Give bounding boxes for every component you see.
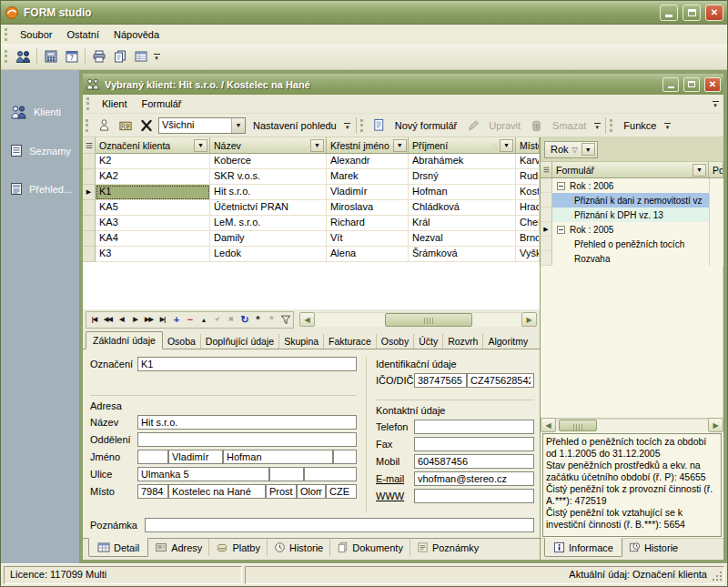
view-filter-combobox[interactable]: Všichni ▼	[158, 117, 246, 134]
www-link-label[interactable]: WWW	[376, 491, 414, 501]
toolbar-overflow-icon[interactable]: ▾	[592, 116, 602, 135]
nav-next-page-icon[interactable]: ▶▶	[142, 312, 156, 327]
filter-arrow-icon[interactable]: ▼	[393, 139, 407, 152]
www-field[interactable]	[414, 489, 534, 503]
scroll-thumb[interactable]	[559, 420, 597, 431]
sidebar-item-prehled[interactable]: Přehled...	[10, 182, 79, 196]
menu-klient[interactable]: Klient	[95, 96, 135, 112]
scroll-left-icon[interactable]: ◀	[299, 312, 315, 327]
nav-prev-icon[interactable]: ◀	[115, 312, 128, 327]
filter-funnel-icon[interactable]	[278, 312, 292, 327]
collapse-icon[interactable]	[557, 182, 565, 190]
dic-field[interactable]	[467, 373, 534, 388]
menu-napoveda[interactable]: Nápověda	[106, 26, 167, 43]
kraj-field[interactable]	[297, 484, 326, 499]
nav-edit-icon[interactable]: ▲	[197, 312, 210, 327]
table-row[interactable]: KA3 LeM. s.r.o. Richard Král Cheb	[83, 216, 540, 231]
toolbar-grip[interactable]	[86, 119, 90, 132]
delete-button[interactable]: Smazat	[547, 118, 592, 133]
grid-horizontal-scrollbar[interactable]: ◀ ▶	[299, 312, 537, 327]
toolbar-overflow-icon[interactable]: ▾	[151, 47, 162, 66]
list-icon[interactable]	[130, 46, 151, 67]
tree-group-row[interactable]: Rok : 2006	[541, 178, 723, 193]
stat-field[interactable]	[326, 484, 357, 499]
toolbar-overflow-icon[interactable]: ▾	[662, 116, 672, 135]
titul-za-field[interactable]	[333, 450, 357, 464]
filter-arrow-icon[interactable]: ▼	[693, 164, 706, 177]
nav-next-icon[interactable]: ▶	[128, 312, 142, 327]
titul-field[interactable]	[137, 450, 168, 464]
filter-arrow-icon[interactable]: ▼	[194, 139, 207, 152]
ico-field[interactable]	[414, 373, 467, 388]
nav-bookmark-icon[interactable]: *	[251, 312, 265, 327]
fax-field[interactable]	[414, 437, 534, 451]
person-card-icon[interactable]	[115, 115, 136, 136]
tab-algoritmy[interactable]: Algoritmy	[483, 334, 532, 349]
tab-platby[interactable]: Platby	[209, 539, 268, 556]
nav-post-icon[interactable]: ✔	[210, 312, 224, 327]
tree-group-row[interactable]: ▶ Rok : 2005	[541, 222, 723, 237]
jmeno-field[interactable]	[168, 450, 223, 464]
calendar-icon[interactable]: 7	[61, 46, 82, 67]
minimize-button[interactable]	[660, 5, 678, 21]
tree-item-row[interactable]: Přiznání k DPH vz. 13	[541, 207, 723, 222]
menu-soubor[interactable]: Soubor	[13, 26, 59, 43]
nav-prev-page-icon[interactable]: ◀◀	[101, 312, 115, 327]
nav-last-icon[interactable]: ▶|	[156, 312, 169, 327]
child-minimize-button[interactable]	[662, 77, 679, 92]
tab-informace[interactable]: Informace	[544, 538, 622, 557]
resize-grip[interactable]	[713, 572, 723, 582]
edit-button[interactable]: Upravit	[483, 118, 526, 133]
toolbar-grip[interactable]	[360, 119, 365, 132]
close-button[interactable]: ✕	[705, 5, 723, 21]
tree-item-row[interactable]: Přehled o peněžních tocích	[541, 237, 723, 251]
tab-zakladni-udaje[interactable]: Základní údaje	[86, 331, 163, 349]
maximize-button[interactable]	[682, 5, 701, 21]
filter-arrow-icon[interactable]: ▼	[581, 143, 595, 156]
table-row[interactable]: K2 Koberce Alexandr Abrahámek Karv	[83, 154, 540, 169]
scroll-thumb[interactable]	[385, 313, 472, 327]
toolbar-grip[interactable]	[610, 119, 614, 132]
tab-detail[interactable]: Detail	[88, 538, 148, 557]
tab-fakturace[interactable]: Fakturace	[324, 334, 377, 349]
forms-horizontal-scrollbar[interactable]: ◀ ▶	[541, 418, 723, 431]
scroll-left-icon[interactable]: ◀	[541, 418, 556, 432]
tab-historie[interactable]: Historie	[268, 539, 330, 556]
mobil-field[interactable]	[414, 454, 534, 469]
email-link-label[interactable]: E-mail	[376, 473, 414, 484]
email-field[interactable]	[414, 471, 534, 486]
menubar-overflow-icon[interactable]: ▾	[710, 95, 721, 113]
tab-ucty[interactable]: Účty	[414, 334, 443, 349]
psc-field[interactable]	[137, 484, 168, 499]
table-row[interactable]: KA5 Účetnictví PRAN Miroslava Chládková …	[83, 200, 540, 216]
nav-first-icon[interactable]: |◀	[87, 312, 101, 327]
filter-arrow-icon[interactable]: ▼	[500, 139, 513, 152]
tab-dokumenty[interactable]: Dokumenty	[330, 539, 410, 556]
tab-adresy[interactable]: Adresy	[148, 539, 209, 556]
nav-delete-icon[interactable]: −	[183, 312, 197, 327]
copy-icon[interactable]	[109, 46, 130, 67]
nazev-field[interactable]	[137, 415, 357, 430]
clients-icon[interactable]	[13, 46, 34, 67]
nav-refresh-icon[interactable]: ↻	[238, 312, 251, 327]
nav-cancel-icon[interactable]: ✖	[224, 312, 238, 327]
scroll-right-icon[interactable]: ▶	[708, 418, 723, 432]
menubar-grip[interactable]	[86, 97, 91, 110]
cut-filter-icon[interactable]	[136, 115, 157, 136]
okres-field[interactable]	[266, 484, 297, 499]
tab-skupina[interactable]: Skupina	[279, 334, 324, 349]
sidebar-item-seznamy[interactable]: Seznamy	[10, 144, 79, 157]
menu-formular[interactable]: Formulář	[135, 96, 189, 112]
oddeleni-field[interactable]	[137, 432, 357, 447]
sidebar-item-klienti[interactable]: Klienti	[10, 105, 79, 119]
co-field[interactable]	[304, 467, 357, 481]
child-close-button[interactable]: ✕	[704, 77, 721, 92]
tab-rozvrh[interactable]: Rozvrh	[443, 334, 483, 349]
child-maximize-button[interactable]	[683, 77, 700, 92]
poznamka-field[interactable]	[145, 518, 534, 532]
tab-poznamky[interactable]: Poznámky	[410, 539, 485, 556]
nav-goto-bookmark-icon[interactable]: *	[265, 312, 278, 327]
tab-historie-panel[interactable]: Historie	[622, 539, 684, 556]
tab-osoba[interactable]: Osoba	[163, 334, 201, 349]
print-icon[interactable]	[88, 46, 109, 67]
